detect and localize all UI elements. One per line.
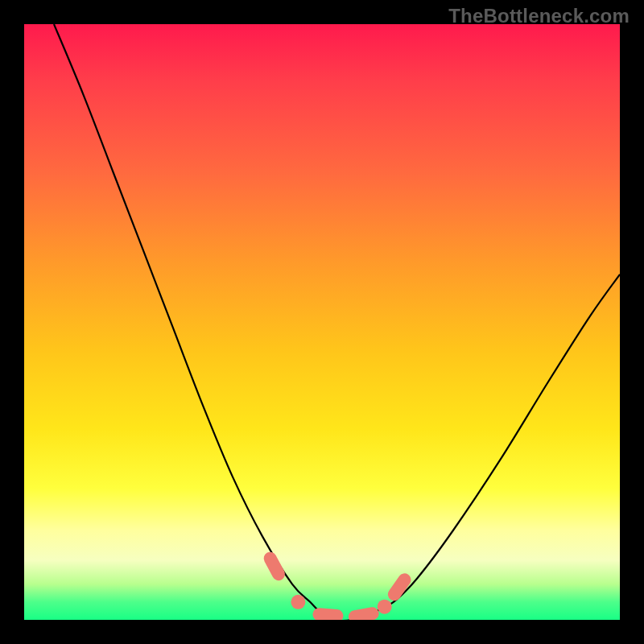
curve-marker: [262, 550, 287, 583]
plot-area: [24, 24, 620, 620]
curve-marker: [312, 607, 344, 620]
curve-marker: [378, 600, 392, 614]
curve-marker: [348, 606, 380, 620]
chart-frame: TheBottleneck.com: [0, 0, 644, 644]
curve-markers: [262, 550, 414, 620]
watermark-text: TheBottleneck.com: [448, 5, 630, 27]
curve-marker: [291, 595, 305, 609]
bottleneck-curve: [54, 24, 620, 620]
curve-layer: [24, 24, 620, 620]
